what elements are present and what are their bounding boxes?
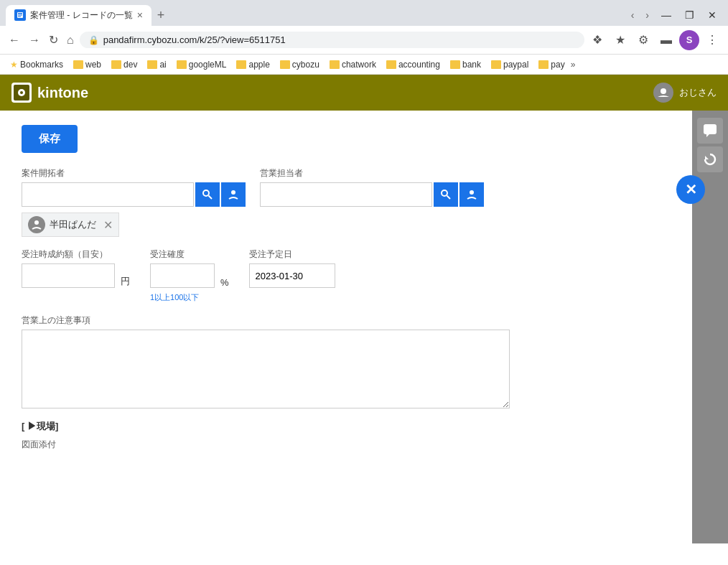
svg-marker-10	[706, 134, 709, 137]
profile-btn[interactable]: S	[679, 30, 699, 50]
tab-title: 案件管理 - レコードの一覧	[30, 9, 133, 22]
settings-btn[interactable]: ⚙	[633, 30, 653, 50]
bookmark-paypal[interactable]: paypal	[487, 58, 533, 71]
address-bar[interactable]: 🔒 pandafirm.cybozu.com/k/25/?view=651175…	[80, 32, 584, 48]
reload-btn[interactable]: ↻	[46, 30, 61, 50]
sales-search-btn[interactable]	[434, 182, 458, 207]
title-bar: 案件管理 - レコードの一覧 × + ‹ › — ❐ ✕	[0, 0, 728, 26]
opener-input-row	[22, 182, 246, 207]
bookmark-web[interactable]: web	[69, 58, 106, 71]
user-tag-avatar	[28, 216, 45, 233]
folder-icon	[386, 60, 396, 69]
amount-label: 受注時成約額（目安）	[22, 248, 130, 261]
minimize-btn[interactable]: —	[656, 8, 676, 22]
active-tab[interactable]: 案件管理 - レコードの一覧 ×	[6, 5, 151, 26]
close-btn[interactable]: ✕	[702, 8, 722, 22]
folder-icon	[280, 60, 290, 69]
new-tab-btn[interactable]: +	[151, 5, 171, 26]
maximize-btn[interactable]: ❐	[679, 8, 699, 22]
section-field-header: [ ▶現場]	[22, 420, 706, 433]
modal-close-btn[interactable]: ✕	[676, 175, 705, 204]
bookmark-dev[interactable]: dev	[107, 58, 141, 71]
sales-user-btn[interactable]	[459, 182, 484, 207]
folder-icon	[330, 60, 340, 69]
svg-point-15	[34, 220, 39, 225]
user-tag-remove-btn[interactable]: ✕	[103, 218, 113, 232]
bookmark-googleml[interactable]: googleML	[172, 58, 231, 71]
user-name: おじさん	[679, 86, 717, 99]
bookmarks-bar: ★ Bookmarks web dev ai googleML apple cy…	[0, 55, 728, 75]
bookmark-bank[interactable]: bank	[446, 58, 485, 71]
modal-form: 保存 案件開拓者	[0, 111, 728, 565]
form-row-users: 案件開拓者 半田ぱんだ ✕	[22, 167, 706, 237]
sales-input[interactable]	[260, 182, 432, 207]
tabs-row: 案件管理 - レコードの一覧 × +	[6, 5, 170, 26]
bookmark-apple[interactable]: apple	[232, 58, 274, 71]
forward-btn[interactable]: →	[26, 31, 43, 50]
tab-prev-icon[interactable]: ‹	[627, 8, 639, 22]
bookmark-chatwork[interactable]: chatwork	[325, 58, 381, 71]
menu-btn[interactable]: ⋮	[702, 30, 722, 50]
notes-textarea[interactable]	[22, 330, 510, 408]
svg-point-14	[231, 190, 235, 195]
folder-icon	[538, 60, 549, 69]
tab-next-icon[interactable]: ›	[641, 8, 653, 22]
save-button[interactable]: 保存	[22, 125, 78, 153]
probability-label: 受注確度	[150, 248, 229, 261]
sales-label: 営業担当者	[260, 167, 484, 179]
folder-icon	[450, 60, 460, 69]
bookmark-btn[interactable]: ★	[610, 30, 630, 50]
opener-search-btn[interactable]	[195, 182, 220, 207]
user-tag-name: 半田ぱんだ	[50, 218, 96, 231]
folder-icon	[236, 60, 246, 69]
date-input[interactable]	[249, 263, 335, 288]
bookmark-cybozu[interactable]: cybozu	[276, 58, 324, 71]
url-text: pandafirm.cybozu.com/k/25/?view=6511751	[103, 34, 576, 45]
probability-hint: 1以上100以下	[150, 292, 229, 303]
chat-panel-btn[interactable]	[697, 118, 723, 144]
nav-icons: ❖ ★ ⚙ ▬ S ⋮	[587, 30, 722, 50]
kintone-logo-text: kintone	[37, 85, 88, 101]
svg-line-17	[447, 196, 451, 200]
opener-input[interactable]	[22, 182, 194, 207]
svg-rect-3	[18, 15, 22, 16]
opener-user-btn[interactable]	[221, 182, 246, 207]
kintone-header: kintone おじさん	[0, 75, 728, 111]
home-btn[interactable]: ⌂	[64, 31, 77, 50]
probability-unit: %	[218, 277, 229, 288]
notes-label: 営業上の注意事項	[22, 314, 706, 327]
tab-favicon	[14, 9, 26, 21]
bookmark-pay[interactable]: pay	[534, 58, 569, 71]
folder-icon	[73, 60, 83, 69]
amount-input[interactable]	[22, 263, 115, 288]
form-group-date: 受注予定日	[249, 248, 335, 288]
kintone-logo-icon	[11, 83, 32, 103]
form-group-notes: 営業上の注意事項	[22, 314, 706, 408]
probability-input[interactable]	[150, 263, 215, 288]
nav-bar: ← → ↻ ⌂ 🔒 pandafirm.cybozu.com/k/25/?vie…	[0, 26, 728, 55]
folder-icon	[177, 60, 187, 69]
opener-user-tag: 半田ぱんだ ✕	[22, 213, 119, 237]
bookmark-accounting[interactable]: accounting	[382, 58, 444, 71]
tab-close-btn[interactable]: ×	[137, 9, 143, 21]
star-icon: ★	[10, 60, 18, 70]
bookmarks-label[interactable]: ★ Bookmarks	[6, 58, 67, 71]
svg-point-8	[661, 88, 666, 94]
extensions-btn[interactable]: ❖	[587, 30, 607, 50]
svg-line-13	[209, 196, 213, 200]
back-btn[interactable]: ←	[6, 31, 23, 50]
kintone-logo: kintone	[11, 83, 88, 103]
sales-input-row	[260, 182, 484, 207]
more-bookmarks-btn[interactable]: »	[571, 60, 576, 70]
form-group-probability: 受注確度 % 1以上100以下	[150, 248, 229, 303]
user-avatar-icon	[653, 83, 673, 103]
window-controls: ‹ › — ❐ ✕	[627, 8, 722, 22]
date-label: 受注予定日	[249, 248, 335, 261]
svg-rect-9	[704, 124, 717, 134]
svg-point-7	[20, 91, 23, 94]
extensions2-btn[interactable]: ▬	[656, 30, 676, 50]
bookmark-ai[interactable]: ai	[143, 58, 170, 71]
refresh-panel-btn[interactable]	[697, 146, 723, 172]
form-group-amount: 受注時成約額（目安） 円	[22, 248, 130, 288]
attachment-label: 図面添付	[22, 439, 706, 451]
